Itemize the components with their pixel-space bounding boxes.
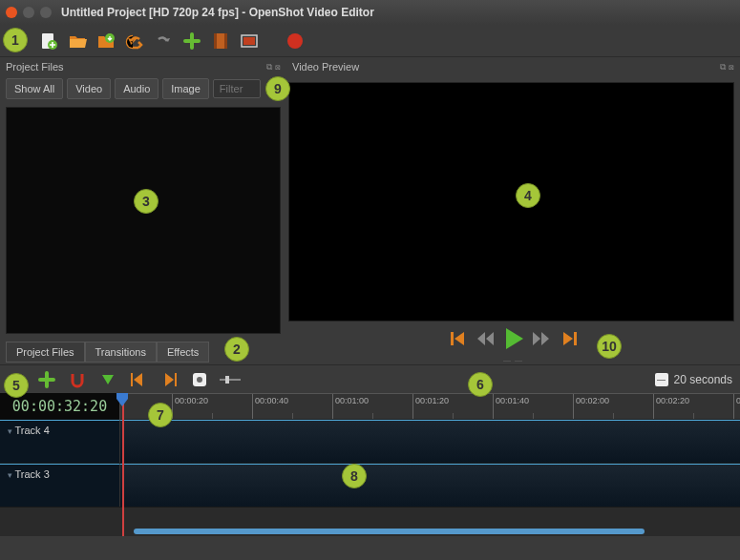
svg-rect-7 — [243, 37, 255, 45]
next-marker-icon[interactable] — [159, 369, 180, 390]
titlebar: Untitled Project [HD 720p 24 fps] - Open… — [0, 0, 740, 25]
window-close-button[interactable] — [6, 7, 17, 18]
fullscreen-icon[interactable] — [239, 31, 260, 52]
svg-rect-11 — [131, 373, 133, 386]
svg-point-14 — [197, 377, 202, 383]
video-preview-area[interactable] — [288, 82, 734, 321]
svg-rect-10 — [574, 332, 577, 345]
play-icon[interactable] — [504, 328, 523, 349]
lower-tabs: Project Files Transitions Effects — [0, 340, 286, 364]
prev-marker-icon[interactable] — [128, 369, 149, 390]
center-playhead-icon[interactable] — [189, 369, 210, 390]
add-track-icon[interactable] — [36, 369, 57, 390]
playback-controls — [286, 321, 740, 356]
panel-divider[interactable]: — — — [286, 356, 740, 364]
ruler-tick: 00:02:00 — [573, 394, 609, 419]
ruler-tick: 00:00:40 — [252, 394, 288, 419]
tab-transitions[interactable]: Transitions — [85, 342, 157, 363]
timecode-display[interactable]: 00:00:32:20 — [0, 393, 120, 420]
svg-rect-16 — [225, 376, 229, 384]
track-body[interactable] — [120, 420, 740, 463]
export-video-icon[interactable] — [285, 31, 306, 52]
filter-tab-video[interactable]: Video — [67, 78, 111, 99]
track-header[interactable]: ▾ Track 3 — [0, 464, 120, 507]
project-files-area[interactable] — [6, 107, 281, 334]
main-toolbar — [0, 25, 740, 57]
jump-start-icon[interactable] — [451, 331, 468, 346]
svg-rect-15 — [220, 379, 241, 381]
zoom-icon: — — [655, 373, 668, 386]
zoom-value: 20 seconds — [674, 373, 732, 386]
video-preview-panel: Video Preview ⧉ ⊠ — — — [286, 57, 740, 364]
svg-point-8 — [287, 33, 303, 49]
save-project-icon[interactable] — [95, 31, 116, 52]
panel-controls[interactable]: ⧉ ⊠ — [720, 62, 734, 73]
track-row[interactable]: ▾ Track 3 — [0, 464, 740, 508]
import-files-icon[interactable] — [181, 31, 202, 52]
svg-rect-5 — [224, 33, 227, 49]
window-title: Untitled Project [HD 720p 24 fps] - Open… — [61, 6, 374, 19]
svg-rect-4 — [214, 33, 217, 49]
window-minimize-button[interactable] — [23, 7, 34, 18]
zoom-slider-icon[interactable] — [220, 369, 241, 390]
fast-forward-icon[interactable] — [533, 332, 550, 345]
svg-rect-9 — [451, 332, 454, 345]
filter-input[interactable] — [213, 79, 261, 98]
playhead-handle[interactable] — [116, 393, 128, 406]
track-header[interactable]: ▾ Track 4 — [0, 420, 120, 463]
svg-rect-12 — [175, 373, 177, 386]
ruler-tick: 00:01:20 — [412, 394, 449, 419]
open-project-icon[interactable] — [67, 31, 88, 52]
project-files-header: Project Files — [6, 61, 64, 73]
panel-controls[interactable]: ⧉ ⊠ — [266, 62, 281, 73]
filter-tab-audio[interactable]: Audio — [115, 78, 159, 99]
project-files-panel: Project Files ⧉ ⊠ Show All Video Audio I… — [0, 57, 286, 364]
profile-icon[interactable] — [210, 31, 231, 52]
ruler-tick: 00:01:40 — [493, 394, 529, 419]
filter-tab-show-all[interactable]: Show All — [6, 78, 63, 99]
video-preview-header: Video Preview — [292, 61, 359, 73]
playhead[interactable] — [122, 393, 124, 536]
snap-icon[interactable] — [67, 369, 88, 390]
tab-effects[interactable]: Effects — [157, 342, 209, 363]
jump-end-icon[interactable] — [560, 331, 577, 346]
undo-icon[interactable] — [124, 31, 145, 52]
timeline-scrollbar[interactable] — [134, 529, 645, 534]
ruler-tick: 00:02:20 — [653, 394, 689, 419]
ruler-tick: 00:02:40 — [733, 394, 740, 419]
track-body[interactable] — [120, 464, 740, 507]
filter-tab-image[interactable]: Image — [162, 78, 209, 99]
redo-icon[interactable] — [153, 31, 174, 52]
filter-tabs: Show All Video Audio Image — [0, 76, 286, 101]
tab-project-files[interactable]: Project Files — [6, 342, 85, 363]
ruler-tick: 00:01:00 — [332, 394, 369, 419]
timeline-ruler[interactable]: 00:00:20 00:00:40 00:01:00 00:01:20 00:0… — [120, 393, 740, 420]
track-row[interactable]: ▾ Track 4 — [0, 420, 740, 464]
add-marker-icon[interactable] — [97, 369, 118, 390]
window-maximize-button[interactable] — [40, 7, 52, 18]
timeline: 00:00:32:20 00:00:20 00:00:40 00:01:00 0… — [0, 393, 740, 536]
ruler-tick: 00:00:20 — [172, 394, 208, 419]
tracks-container: ▾ Track 4 ▾ Track 3 — [0, 420, 740, 508]
new-project-icon[interactable] — [38, 31, 59, 52]
rewind-icon[interactable] — [477, 332, 495, 345]
timeline-toolbar: — 20 seconds — [0, 364, 740, 393]
